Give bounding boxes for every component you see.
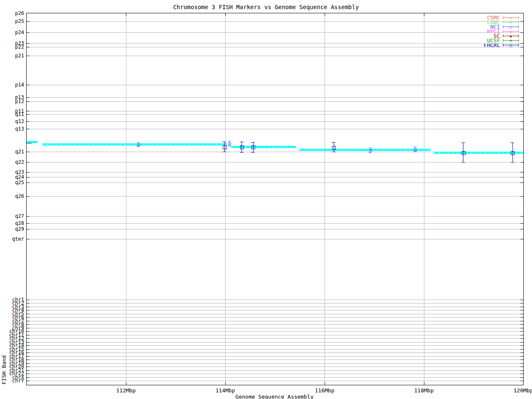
y-tick-left-q25 bbox=[27, 182, 30, 183]
FHCRC-errorcap-top-4 bbox=[332, 142, 335, 143]
x-marker-icon: × bbox=[510, 29, 512, 34]
gridline-chr22 bbox=[27, 374, 523, 374]
y-tick-label-q12: q12 bbox=[2, 119, 24, 124]
plot-area: CSMC◇LANL+NCI□RPCI×SC◆UCSF+FHCRC□ p26p25… bbox=[26, 13, 524, 385]
y-tick-label-p22: p22 bbox=[2, 44, 24, 49]
gridline-q26 bbox=[27, 196, 523, 197]
y-tick-right-q22 bbox=[520, 162, 523, 163]
y-tick-right-chr7 bbox=[520, 321, 523, 321]
x-tick-top-114Mbp bbox=[225, 13, 226, 16]
y-tick-right-q11 bbox=[520, 114, 523, 115]
y-tick-left-p24 bbox=[27, 32, 30, 33]
gridline-p24 bbox=[27, 32, 523, 33]
x-tick-bottom-116Mbp bbox=[325, 382, 325, 385]
y-tick-right-p24 bbox=[520, 32, 523, 33]
assembly-band-segment-4 bbox=[299, 149, 430, 151]
legend-line-SC bbox=[518, 34, 519, 37]
y-tick-right-p11 bbox=[520, 111, 523, 111]
gridline-112Mbp bbox=[126, 13, 126, 385]
y-tick-right-chr13 bbox=[520, 342, 523, 342]
y-tick-left-chr21 bbox=[27, 370, 30, 371]
FHCRC-marker-6 bbox=[511, 151, 515, 155]
x-tick-bottom-118Mbp bbox=[424, 382, 424, 385]
legend-sample-NCI: □ bbox=[503, 25, 519, 29]
gridline-chr18 bbox=[27, 360, 523, 360]
NCI-marker-2 bbox=[228, 143, 231, 145]
plus-marker-icon: + bbox=[510, 38, 512, 43]
FHCRC-errorcap-bottom-1 bbox=[222, 152, 226, 152]
y-tick-right-q24 bbox=[520, 177, 523, 177]
y-tick-left-p14 bbox=[27, 85, 30, 85]
gridline-chr14 bbox=[27, 345, 523, 346]
y-tick-label-q13: q13 bbox=[2, 126, 24, 131]
y-tick-left-p21 bbox=[27, 56, 30, 56]
gridline-p21 bbox=[27, 56, 523, 56]
y-tick-right-chr18 bbox=[520, 360, 523, 360]
y-tick-left-chrX bbox=[27, 377, 30, 378]
gridline-q25 bbox=[27, 182, 523, 183]
gridline-p25 bbox=[27, 21, 523, 22]
y-tick-right-p25 bbox=[520, 21, 523, 22]
plus-marker-icon: + bbox=[510, 20, 512, 25]
y-tick-right-chrY bbox=[520, 381, 523, 381]
legend-sample-FHCRC: □ bbox=[503, 43, 519, 47]
legend-line-UCSF bbox=[503, 39, 503, 42]
x-tick-label-114Mbp: 114Mbp bbox=[211, 388, 240, 393]
legend-sample-UCSF: + bbox=[503, 39, 519, 42]
y-tick-label-p21: p21 bbox=[2, 53, 24, 58]
y-tick-label-q22: q22 bbox=[2, 160, 24, 165]
y-tick-left-chr11 bbox=[27, 335, 30, 335]
legend-sample-CSMC: ◇ bbox=[503, 16, 519, 20]
y-tick-label-chrY: chrY bbox=[2, 378, 24, 383]
NCI-errorcap-bottom-4 bbox=[414, 152, 416, 152]
y-tick-left-chr2 bbox=[27, 303, 30, 303]
y-tick-right-chr12 bbox=[520, 338, 523, 339]
gridline-chr3 bbox=[27, 307, 523, 307]
y-tick-right-q13 bbox=[520, 129, 523, 129]
y-tick-left-chr22 bbox=[27, 374, 30, 374]
y-tick-left-chr7 bbox=[27, 321, 30, 321]
assembly-band-segment-5 bbox=[433, 152, 523, 154]
gridline-chr16 bbox=[27, 352, 523, 353]
x-tick-top-116Mbp bbox=[325, 13, 325, 16]
NCI-marker-4 bbox=[414, 148, 417, 151]
y-tick-right-chr14 bbox=[520, 345, 523, 346]
NCI-errorcap-top-2 bbox=[228, 141, 231, 141]
gridline-q22 bbox=[27, 162, 523, 163]
gridline-q28 bbox=[27, 223, 523, 224]
legend-entry-LANL: LANL+ bbox=[484, 20, 519, 25]
y-tick-right-q25 bbox=[520, 182, 523, 183]
y-tick-left-chr19 bbox=[27, 363, 30, 364]
y-tick-right-chrX bbox=[520, 377, 523, 378]
x-tick-label-116Mbp: 116Mbp bbox=[310, 388, 339, 393]
y-tick-right-p14 bbox=[520, 85, 523, 85]
y-tick-right-chr3 bbox=[520, 307, 523, 307]
legend-sample-SC: ◆ bbox=[503, 34, 519, 38]
gridline-chr6 bbox=[27, 317, 523, 318]
y-tick-left-p23 bbox=[27, 43, 30, 44]
NCI-marker-1 bbox=[137, 143, 140, 146]
y-tick-left-q13 bbox=[27, 129, 30, 129]
square-marker-icon: □ bbox=[510, 25, 512, 29]
assembly-band-segment-2 bbox=[42, 143, 227, 145]
gridline-chr19 bbox=[27, 363, 523, 364]
y-tick-label-p26: p26 bbox=[2, 11, 24, 16]
y-tick-right-chr16 bbox=[520, 352, 523, 353]
gridline-p14 bbox=[27, 85, 523, 85]
y-tick-left-qter bbox=[27, 239, 30, 239]
y-tick-left-chr4 bbox=[27, 310, 30, 310]
y-tick-left-chr14 bbox=[27, 345, 30, 346]
y-tick-right-p21 bbox=[520, 56, 523, 56]
y-tick-right-chr11 bbox=[520, 335, 523, 335]
FHCRC-errorcap-top-6 bbox=[510, 143, 514, 143]
NCI-errorcap-bottom-2 bbox=[228, 146, 231, 146]
y-tick-left-p25 bbox=[27, 21, 30, 22]
legend-line-SC bbox=[503, 34, 503, 37]
x-axis-title: Genome Sequence Assembly bbox=[26, 394, 523, 399]
y-tick-right-chr21 bbox=[520, 370, 523, 371]
y-tick-right-p22 bbox=[520, 47, 523, 47]
y-tick-right-chr4 bbox=[520, 310, 523, 310]
gridline-chr8 bbox=[27, 324, 523, 325]
y-tick-label-q29: q29 bbox=[2, 227, 24, 232]
FHCRC-errorcap-bottom-6 bbox=[510, 162, 514, 163]
